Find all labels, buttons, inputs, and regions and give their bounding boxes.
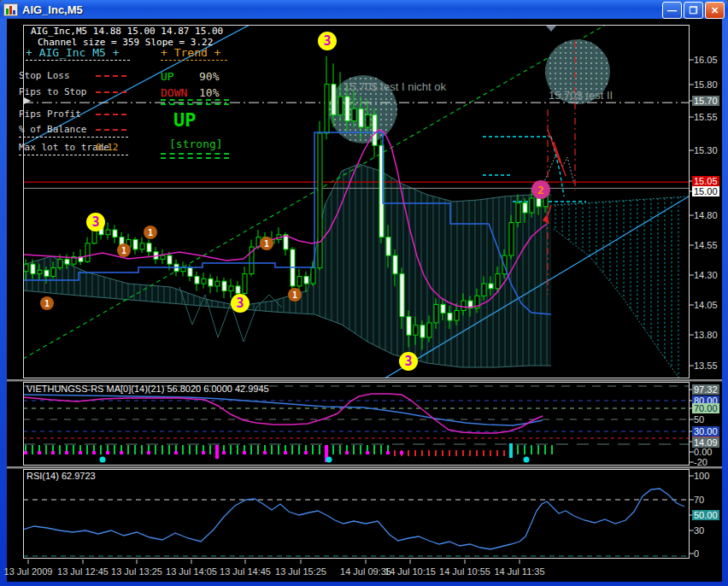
candle-body (167, 255, 172, 264)
price-scale-label: 14.30 (692, 270, 719, 280)
signal-number: 3 (91, 214, 99, 230)
time-axis-label: 13 Jul 13:25 (111, 566, 162, 577)
candle-body (373, 114, 377, 145)
candle-body (58, 259, 62, 267)
indicator1-magenta-dot (120, 451, 123, 454)
rsi-label: RSI(14) 62.9723 (26, 471, 96, 481)
candle-body (325, 85, 329, 133)
price-scale-label: 13.55 (692, 360, 719, 371)
trend-up-label: UP (161, 70, 174, 83)
indicator1-scale-label: 97.32 (692, 384, 719, 395)
indicator1-magenta-dot (222, 451, 226, 454)
candle-body (345, 97, 349, 121)
row-label-pct-balance: % of Balance (19, 124, 86, 135)
time-axis-label: 14 Jul 11:35 (494, 566, 544, 577)
strength-word: UP (173, 109, 197, 131)
candle-body (338, 97, 343, 114)
candle-body (181, 267, 185, 271)
strength-qualifier: [strong] (169, 138, 223, 150)
candle-body (523, 203, 527, 213)
panel-title-trend: + Trend + (161, 46, 220, 59)
level-arrow-marker (24, 97, 31, 104)
candle-body (332, 85, 336, 115)
red-mark (548, 130, 560, 162)
candle-body (24, 264, 28, 272)
annotation-test-2: 15,70$ test II (549, 89, 613, 102)
time-axis-label: 13 Jul 14:45 (220, 566, 271, 577)
indicator1-scale-label: 0.00 (692, 447, 713, 457)
candle-body (420, 325, 425, 337)
price-scale-label: 14.55 (692, 240, 719, 250)
mt4-chart-window: AIG_Inc,M5 — ❐ ✕ 33331111112 AIG_Inc,M5 … (0, 0, 728, 586)
indicator1-magenta-dot (51, 451, 55, 454)
price-scale-label: 14.80 (692, 210, 719, 220)
pips-to-stop-dashes (96, 91, 126, 93)
candle-body (434, 304, 438, 322)
pct-balance-dashes (96, 129, 126, 131)
indicator1-magenta-dot (106, 451, 109, 454)
candle-body (496, 274, 500, 289)
candle-body (311, 267, 315, 284)
price-scale-label: 15.30 (692, 145, 719, 155)
candle-body (455, 311, 459, 320)
green-dashed-band (161, 99, 229, 105)
dashed-divider (19, 137, 128, 138)
candle-body (352, 108, 356, 120)
signal-number: 1 (44, 299, 50, 308)
rsi-scale-label: 30 (692, 525, 706, 536)
indicator1-scale-label: 70.00 (692, 403, 719, 413)
price-scale-label: 15.00 (692, 186, 719, 196)
candle-body (304, 276, 308, 284)
indicator1-magenta-dot (345, 451, 349, 454)
trend-down-value: 10% (199, 86, 219, 99)
time-axis-label: 14 Jul 10:15 (385, 566, 436, 577)
price-scale-label: 15.80 (692, 79, 719, 90)
signal-number: 1 (292, 290, 297, 300)
trend-down-label: DOWN (161, 86, 187, 99)
indicator1-magenta-dot (400, 451, 403, 454)
price-scale-label: 15.70 (692, 96, 719, 106)
candle-body (318, 133, 322, 268)
signal-number: 1 (121, 246, 126, 255)
time-axis-label: 13 Jul 2009 (4, 566, 53, 577)
indicator1-magenta-dot (174, 451, 178, 454)
indicator1-magenta-dot (366, 451, 369, 454)
candle-body (208, 278, 213, 286)
price-scale-label: 14.05 (692, 300, 719, 310)
indicator1-magenta-dot (386, 451, 390, 454)
max-lot-value: 0.12 (96, 142, 119, 153)
rsi-scale-label: 70 (692, 495, 706, 505)
candle-body (44, 270, 49, 276)
indicator1-magenta-dot (202, 451, 205, 454)
candle-body (133, 240, 138, 249)
candle-body (229, 286, 233, 291)
indicator1-magenta-dot (65, 451, 68, 454)
time-axis-label: 13 Jul 12:45 (57, 566, 109, 577)
indicator1-scale-label: 30.00 (692, 426, 719, 437)
dashed-divider (161, 60, 227, 61)
gray-triangle-marker (546, 26, 556, 32)
main-chart-layer: 33331111112 (7, 23, 690, 389)
candle-body (461, 301, 466, 310)
signal-number: 3 (323, 33, 331, 49)
candle-body (222, 281, 226, 290)
indicator1-magenta-dot (92, 451, 96, 454)
signal-circle (7, 269, 21, 283)
signal-number: 1 (11, 272, 16, 281)
indicator1-cyan-bar (509, 443, 513, 458)
candle-body (85, 243, 90, 261)
indicator1-magenta-dot (147, 451, 150, 454)
price-scale-label: 15.55 (692, 112, 719, 122)
indicator1-magenta-bar (215, 445, 219, 459)
time-axis-label: 14 Jul 09:35 (340, 566, 391, 577)
rsi-layer (23, 489, 690, 556)
rsi-scale-label: 100 (692, 471, 711, 481)
candle-body (38, 270, 42, 273)
candle-body (530, 198, 534, 213)
future-cloud-top (554, 196, 689, 205)
indicator1-magenta-dot (79, 451, 82, 454)
signal-number: 1 (264, 239, 269, 249)
candle-body (297, 276, 302, 285)
rsi-scale-label: 0 (692, 548, 701, 559)
indicator1-magenta-dot (304, 451, 308, 454)
